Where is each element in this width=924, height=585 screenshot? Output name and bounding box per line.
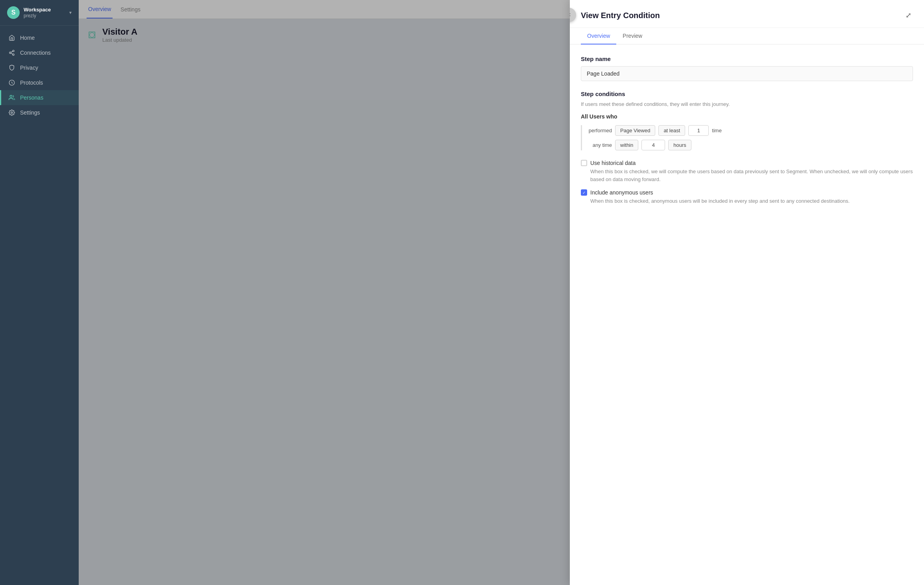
anonymous-users-label: Include anonymous users <box>590 189 653 196</box>
expand-icon: ⤢ <box>906 11 911 19</box>
svg-point-0 <box>13 50 14 52</box>
historical-data-checkbox[interactable] <box>581 160 587 166</box>
qualifier-badge[interactable]: at least <box>658 125 685 136</box>
modal-body: Step name Step conditions If users meet … <box>570 44 924 222</box>
modal-title: View Entry Condition <box>581 11 660 20</box>
anonymous-users-description: When this box is checked, anonymous user… <box>590 197 850 205</box>
anonymous-users-checkbox[interactable]: ✓ <box>581 189 587 196</box>
tab-preview[interactable]: Preview <box>616 28 649 44</box>
sidebar-nav: Home Connections Privacy Protocols Perso <box>0 26 79 585</box>
sidebar-header[interactable]: S Workspace prezly ▾ <box>0 0 79 26</box>
sidebar-item-home[interactable]: Home <box>0 30 79 45</box>
sidebar-item-label-connections: Connections <box>20 50 51 56</box>
anonymous-users-section: ✓ Include anonymous users When this box … <box>581 189 913 205</box>
modal-overlay: × View Entry Condition ⤢ Overview Previe… <box>79 0 924 585</box>
hours-badge[interactable]: hours <box>668 140 691 150</box>
count-input[interactable] <box>688 125 709 136</box>
sidebar-item-settings[interactable]: Settings <box>0 105 79 120</box>
all-users-label: All Users who <box>581 113 913 120</box>
sidebar-item-connections[interactable]: Connections <box>0 45 79 60</box>
historical-data-section: Use historical data When this box is che… <box>581 160 913 183</box>
svg-line-4 <box>11 51 13 52</box>
shield-icon <box>8 64 15 71</box>
svg-point-6 <box>10 95 12 97</box>
hours-value-input[interactable] <box>641 140 665 150</box>
svg-point-2 <box>13 54 14 56</box>
event-badge[interactable]: Page Viewed <box>615 125 655 136</box>
sidebar-item-protocols[interactable]: Protocols <box>0 75 79 90</box>
conditions-title: Step conditions <box>581 91 913 97</box>
close-icon: × <box>570 11 571 19</box>
historical-data-block: Use historical data When this box is che… <box>581 160 913 183</box>
chevron-down-icon: ▾ <box>69 10 72 15</box>
conditions-subtitle: If users meet these defined conditions, … <box>581 101 913 107</box>
modal-tabs: Overview Preview <box>570 28 924 44</box>
home-icon <box>8 34 15 41</box>
tab-overview[interactable]: Overview <box>581 28 616 44</box>
workspace-sub: prezly <box>24 13 65 19</box>
within-badge[interactable]: within <box>615 140 638 150</box>
connections-icon <box>8 49 15 56</box>
historical-checkbox-wrapper: Use historical data <box>581 160 913 166</box>
anonymous-checkbox-wrapper: ✓ Include anonymous users <box>581 189 850 196</box>
step-name-section: Step name <box>581 56 913 91</box>
svg-point-1 <box>9 52 11 54</box>
workspace-name: Workspace <box>24 7 65 13</box>
historical-data-label: Use historical data <box>590 160 636 166</box>
condition-row-1: performed Page Viewed at least time <box>588 125 913 136</box>
any-time-label: any time <box>588 142 612 148</box>
performed-label: performed <box>588 128 612 133</box>
sidebar-item-label-personas: Personas <box>20 94 43 101</box>
main-area: Overview Settings ⛋ Visitor A Last updat… <box>79 0 924 585</box>
svg-line-3 <box>11 53 13 54</box>
sidebar-workspace-info: Workspace prezly <box>24 7 65 19</box>
personas-icon <box>8 94 15 101</box>
sidebar-item-personas[interactable]: Personas <box>0 90 79 105</box>
condition-block: performed Page Viewed at least time any … <box>581 125 913 150</box>
protocols-icon <box>8 79 15 86</box>
sidebar-item-label-privacy: Privacy <box>20 65 38 71</box>
modal-panel: × View Entry Condition ⤢ Overview Previe… <box>570 0 924 585</box>
anonymous-users-block: ✓ Include anonymous users When this box … <box>581 189 850 205</box>
sidebar-item-label-settings: Settings <box>20 109 40 116</box>
historical-data-description: When this box is checked, we will comput… <box>590 168 913 183</box>
step-name-label: Step name <box>581 56 913 62</box>
sidebar-logo: S <box>7 6 20 19</box>
condition-row-2: any time within hours <box>588 140 913 150</box>
sidebar-item-privacy[interactable]: Privacy <box>0 60 79 75</box>
svg-point-7 <box>11 112 13 113</box>
step-name-input[interactable] <box>581 66 913 81</box>
step-conditions-section: Step conditions If users meet these defi… <box>581 91 913 150</box>
gear-icon <box>8 109 15 116</box>
time-label: time <box>712 128 722 133</box>
sidebar-item-label-home: Home <box>20 35 35 41</box>
modal-header: View Entry Condition ⤢ <box>570 0 924 28</box>
sidebar: S Workspace prezly ▾ Home Connections Pr… <box>0 0 79 585</box>
sidebar-item-label-protocols: Protocols <box>20 80 43 86</box>
expand-button[interactable]: ⤢ <box>904 9 913 21</box>
